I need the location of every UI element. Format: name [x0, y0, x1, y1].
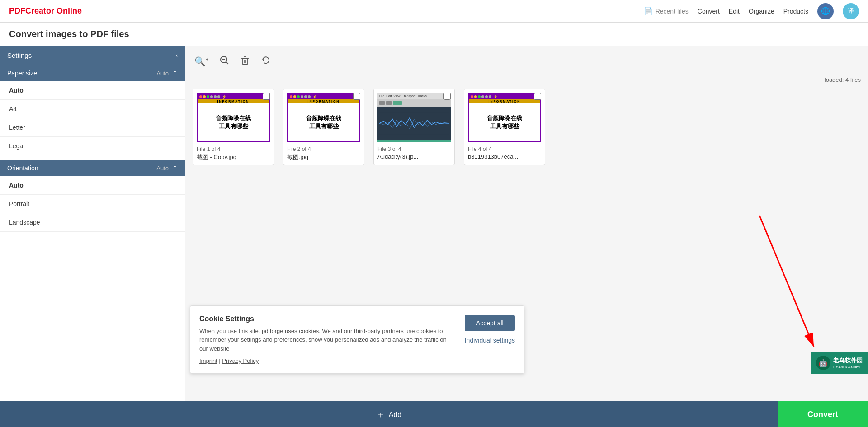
annotation-arrow [732, 211, 832, 369]
file-checkbox-3[interactable] [443, 93, 451, 100]
paper-size-options: Auto A4 Letter Legal [0, 81, 185, 155]
cookie-links: Imprint | Privacy Policy [199, 357, 456, 364]
brand-watermark: 🤖 老鸟软件园 LAONIAO.NET [811, 352, 868, 374]
paper-option-a4[interactable]: A4 [0, 100, 185, 118]
settings-section-header[interactable]: Settings ‹ [0, 46, 185, 65]
nav-edit[interactable]: Edit [729, 8, 740, 15]
file-card-2[interactable]: ⚡ — INFORMATION 音频降噪在线 工具有哪些 File [283, 89, 364, 165]
cookie-text: When you use this site, pdfforge uses co… [199, 327, 456, 353]
translate-button[interactable]: 译 [843, 3, 859, 19]
file-thumbnail-2: ⚡ — INFORMATION 音频降噪在线 工具有哪些 [287, 93, 360, 142]
orientation-option-landscape[interactable]: Landscape [0, 213, 185, 232]
nav-right: 📄 Recent files Convert Edit Organize Pro… [644, 3, 859, 19]
nav-products[interactable]: Products [783, 8, 808, 15]
file-info-3: File 3 of 4 Audacity(3).jp... [377, 146, 451, 160]
convert-button[interactable]: Convert [778, 401, 868, 427]
svg-line-11 [760, 216, 814, 347]
toolbar: 🔍+ [193, 53, 861, 69]
logo-pdfcreator: PDFCreator [9, 6, 54, 15]
files-status: loaded: 4 files [193, 76, 861, 83]
orientation-option-portrait[interactable]: Portrait [0, 195, 185, 213]
individual-settings-button[interactable]: Individual settings [465, 337, 515, 344]
file-checkbox-4[interactable] [534, 93, 541, 100]
nav-convert[interactable]: Convert [698, 8, 720, 15]
add-label: Add [389, 411, 401, 419]
zoom-in-icon[interactable]: 🔍+ [193, 54, 210, 69]
svg-rect-3 [242, 58, 248, 64]
privacy-policy-link[interactable]: Privacy Policy [222, 357, 259, 364]
orientation-label: Orientation [7, 164, 38, 172]
orientation-header[interactable]: Orientation Auto ⌃ [0, 160, 185, 176]
file-checkbox-2[interactable] [353, 93, 360, 100]
paper-option-letter[interactable]: Letter [0, 118, 185, 137]
add-icon: ＋ [376, 408, 385, 421]
add-button[interactable]: ＋ Add [0, 401, 778, 427]
language-globe-button[interactable]: 🌐 [817, 3, 834, 19]
brand-sub: LAONIAO.NET [833, 365, 863, 369]
delete-icon[interactable] [238, 53, 252, 69]
paper-size-value: Auto [156, 70, 169, 77]
paper-size-header[interactable]: Paper size Auto ⌃ [0, 65, 185, 81]
svg-marker-8 [263, 59, 264, 61]
brand-name: 老鸟软件园 [833, 357, 863, 365]
page-title: Convert images to PDF files [9, 29, 129, 39]
file-card-1[interactable]: ⚡ — INFORMATION 音频降噪在线 工具有哪些 File [193, 89, 274, 165]
app-logo: PDFCreator Online [9, 6, 82, 16]
file-grid: ⚡ — INFORMATION 音频降噪在线 工具有哪些 File [193, 89, 861, 165]
paper-option-auto[interactable]: Auto [0, 81, 185, 100]
cookie-title: Cookie Settings [199, 315, 456, 323]
content-area: 🔍+ [185, 46, 868, 401]
settings-chevron-icon: ‹ [176, 52, 178, 59]
file-checkbox-1[interactable] [263, 93, 270, 100]
file-info-2: File 2 of 4 截图.jpg [287, 146, 360, 161]
file-thumbnail-4: ⚡ — INFORMATION 音频降噪在线 工具有哪些 [468, 93, 541, 142]
nav-recent-files[interactable]: 📄 Recent files [644, 7, 689, 15]
file-thumbnail-3: FileEditViewTransportTracks [377, 93, 451, 142]
orientation-chevron-icon: ⌃ [172, 164, 178, 172]
accept-all-button[interactable]: Accept all [465, 315, 515, 331]
file-card-3[interactable]: FileEditViewTransportTracks [373, 89, 455, 165]
nav-organize[interactable]: Organize [749, 8, 774, 15]
paper-size-label: Paper size [7, 70, 37, 77]
bottom-bar: ＋ Add Convert [0, 401, 868, 427]
sidebar: Settings ‹ Paper size Auto ⌃ Auto A4 Let… [0, 46, 185, 401]
logo-online: Online [57, 6, 82, 15]
orientation-value: Auto [156, 165, 169, 172]
rotate-icon[interactable] [259, 53, 273, 69]
svg-line-2 [226, 62, 228, 65]
imprint-link[interactable]: Imprint [199, 357, 217, 364]
info-banner-1: INFORMATION [198, 99, 269, 103]
file-info-4: File 4 of 4 b3119313b07eca... [468, 146, 541, 160]
orientation-options: Auto Portrait Landscape [0, 176, 185, 232]
paper-option-legal[interactable]: Legal [0, 137, 185, 155]
file-info-1: File 1 of 4 截图 - Copy.jpg [197, 146, 270, 161]
cookie-buttons: Accept all Individual settings [465, 315, 515, 344]
page-title-bar: Convert images to PDF files [0, 23, 868, 46]
paper-size-chevron-icon: ⌃ [172, 70, 178, 77]
zoom-out-icon[interactable] [217, 53, 231, 69]
file-card-4[interactable]: ⚡ — INFORMATION 音频降噪在线 工具有哪些 File [464, 89, 545, 165]
thumb-text-1: 音频降噪在线 工具有哪些 [198, 103, 269, 141]
orientation-option-auto[interactable]: Auto [0, 176, 185, 195]
settings-label: Settings [7, 52, 32, 59]
top-navigation: PDFCreator Online 📄 Recent files Convert… [0, 0, 868, 23]
file-thumbnail-1: ⚡ — INFORMATION 音频降噪在线 工具有哪些 [197, 93, 270, 142]
main-layout: Settings ‹ Paper size Auto ⌃ Auto A4 Let… [0, 46, 868, 401]
cookie-banner: Cookie Settings When you use this site, … [190, 305, 524, 374]
